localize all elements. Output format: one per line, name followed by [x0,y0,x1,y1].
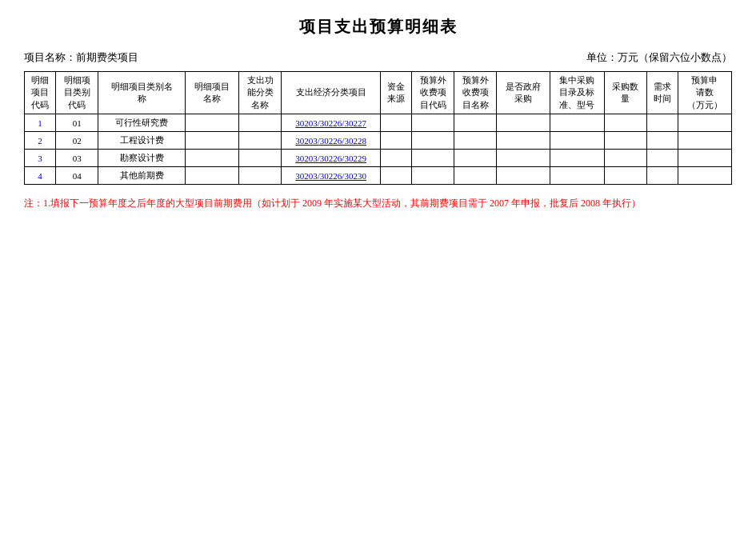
cell-row3-col12 [604,150,646,167]
cell-row1-col13 [646,114,678,132]
cell-row2-col9 [454,132,497,150]
cell-row3-col9 [454,150,497,167]
header-col14: 预算申请数（万元） [678,72,731,114]
cell-row3-col4 [186,150,239,167]
cell-row1-col1: 1 [25,114,56,132]
cell-row3-col8 [412,150,454,167]
cell-row1-col6: 30203/30226/30227 [282,114,381,132]
cell-row2-col2: 02 [56,132,98,150]
cell-row3-col7 [380,150,411,167]
cell-row1-col7 [380,114,411,132]
header-col4: 明细项目名称 [186,72,239,114]
cell-row2-col8 [412,132,454,150]
table-row: 202工程设计费30203/30226/30228 [25,132,732,150]
header-col5: 支出功能分类名称 [239,72,282,114]
cell-row2-col10 [497,132,550,150]
cell-row1-col9 [454,114,497,132]
cell-row4-col5 [239,167,282,185]
cell-row4-col6: 30203/30226/30230 [282,167,381,185]
cell-row1-col11 [550,114,604,132]
cell-row4-col1: 4 [25,167,56,185]
cell-row4-col8 [412,167,454,185]
cell-row2-col13 [646,132,678,150]
cell-row1-col8 [412,114,454,132]
meta-row: 项目名称：前期费类项目 单位：万元（保留六位小数点） [24,50,732,65]
cell-row2-col14 [678,132,731,150]
cell-row1-col10 [497,114,550,132]
cell-row4-col4 [186,167,239,185]
header-col10: 是否政府采购 [497,72,550,114]
cell-row3-col1: 3 [25,150,56,167]
header-col3: 明细项目类别名称 [98,72,186,114]
cell-row4-col2: 04 [56,167,98,185]
cell-row4-col10 [497,167,550,185]
cell-row3-col2: 03 [56,150,98,167]
cell-row3-col10 [497,150,550,167]
cell-row2-col12 [604,132,646,150]
cell-row1-col14 [678,114,731,132]
cell-row2-col5 [239,132,282,150]
cell-row4-col14 [678,167,731,185]
table-row: 303勘察设计费30203/30226/30229 [25,150,732,167]
cell-row1-col2: 01 [56,114,98,132]
cell-row2-col7 [380,132,411,150]
cell-row2-col11 [550,132,604,150]
budget-table: 明细项目代码 明细项目类别代码 明细项目类别名称 明细项目名称 支出功能分类名称… [24,71,732,185]
header-col12: 采购数量 [604,72,646,114]
cell-row1-col3: 可行性研究费 [98,114,186,132]
header-col7: 资金来源 [380,72,411,114]
header-col9: 预算外收费项目名称 [454,72,497,114]
cell-row1-col5 [239,114,282,132]
cell-row2-col4 [186,132,239,150]
header-col1: 明细项目代码 [25,72,56,114]
cell-row1-col12 [604,114,646,132]
cell-row3-col13 [646,150,678,167]
header-col8: 预算外收费项目代码 [412,72,454,114]
cell-row1-col4 [186,114,239,132]
header-col11: 集中采购目录及标准、型号 [550,72,604,114]
cell-row4-col3: 其他前期费 [98,167,186,185]
cell-row3-col11 [550,150,604,167]
cell-row4-col13 [646,167,678,185]
table-row: 101可行性研究费30203/30226/30227 [25,114,732,132]
cell-row4-col9 [454,167,497,185]
cell-row2-col1: 2 [25,132,56,150]
table-row: 404其他前期费30203/30226/30230 [25,167,732,185]
header-col13: 需求时间 [646,72,678,114]
cell-row3-col6: 30203/30226/30229 [282,150,381,167]
header-col2: 明细项目类别代码 [56,72,98,114]
cell-row3-col3: 勘察设计费 [98,150,186,167]
cell-row4-col11 [550,167,604,185]
cell-row3-col14 [678,150,731,167]
cell-row3-col5 [239,150,282,167]
note-text: 注：1.填报下一预算年度之后年度的大型项目前期费用（如计划于 2009 年实施某… [24,196,732,211]
cell-row4-col12 [604,167,646,185]
unit-label: 单位：万元（保留六位小数点） [586,50,732,65]
cell-row2-col6: 30203/30226/30228 [282,132,381,150]
project-name: 项目名称：前期费类项目 [24,50,138,65]
table-header-row: 明细项目代码 明细项目类别代码 明细项目类别名称 明细项目名称 支出功能分类名称… [25,72,732,114]
header-col6: 支出经济分类项目 [282,72,381,114]
cell-row4-col7 [380,167,411,185]
page-title: 项目支出预算明细表 [24,16,732,38]
cell-row2-col3: 工程设计费 [98,132,186,150]
